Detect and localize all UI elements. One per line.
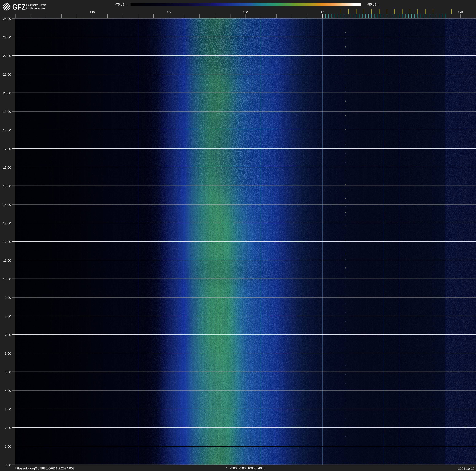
svg-text:0:00: 0:00 (5, 463, 11, 467)
svg-text:10:00: 10:00 (3, 277, 11, 281)
svg-text:24:00: 24:00 (3, 17, 11, 21)
svg-text:11:00: 11:00 (3, 259, 11, 262)
svg-text:2024-10-29: 2024-10-29 (458, 467, 475, 471)
svg-text:https://doi.org/10.5880/GFZ.1.: https://doi.org/10.5880/GFZ.1.2.2024.003 (15, 467, 74, 470)
svg-text:12:00: 12:00 (3, 240, 11, 244)
svg-text:18:00: 18:00 (3, 129, 11, 132)
svg-text:1:00: 1:00 (5, 445, 11, 448)
svg-text:Helmholtz Centre: Helmholtz Centre (26, 3, 46, 6)
svg-text:20:00: 20:00 (3, 91, 11, 95)
svg-text:5:00: 5:00 (5, 370, 11, 374)
svg-text:16:00: 16:00 (3, 166, 11, 169)
svg-text:7:00: 7:00 (5, 333, 11, 337)
svg-text:17:00: 17:00 (3, 147, 11, 151)
svg-text:2.49: 2.49 (458, 11, 463, 14)
svg-text:2:00: 2:00 (5, 426, 11, 430)
svg-text:2.25: 2.25 (89, 11, 95, 14)
svg-text:8:00: 8:00 (5, 315, 11, 318)
svg-text:1_2200_2500_10000_40_0: 1_2200_2500_10000_40_0 (226, 467, 266, 470)
svg-text:-55 dBm: -55 dBm (367, 3, 379, 6)
svg-text:22:00: 22:00 (3, 54, 11, 58)
svg-text:21:00: 21:00 (3, 73, 11, 76)
svg-text:2.3: 2.3 (167, 11, 171, 14)
svg-text:23:00: 23:00 (3, 36, 11, 39)
svg-text:14:00: 14:00 (3, 203, 11, 207)
svg-text:13:00: 13:00 (3, 222, 11, 225)
svg-text:6:00: 6:00 (5, 352, 11, 355)
svg-text:19:00: 19:00 (3, 110, 11, 114)
svg-text:9:00: 9:00 (5, 296, 11, 300)
svg-text:-75 dBm: -75 dBm (115, 3, 127, 6)
svg-text:for Geosciences: for Geosciences (26, 7, 45, 10)
svg-text:15:00: 15:00 (3, 184, 11, 188)
svg-text:GFZ: GFZ (12, 3, 26, 11)
svg-text:2.4: 2.4 (321, 11, 324, 14)
svg-text:2.35: 2.35 (243, 11, 248, 14)
svg-text:4:00: 4:00 (5, 389, 11, 393)
svg-text:3:00: 3:00 (5, 408, 11, 411)
